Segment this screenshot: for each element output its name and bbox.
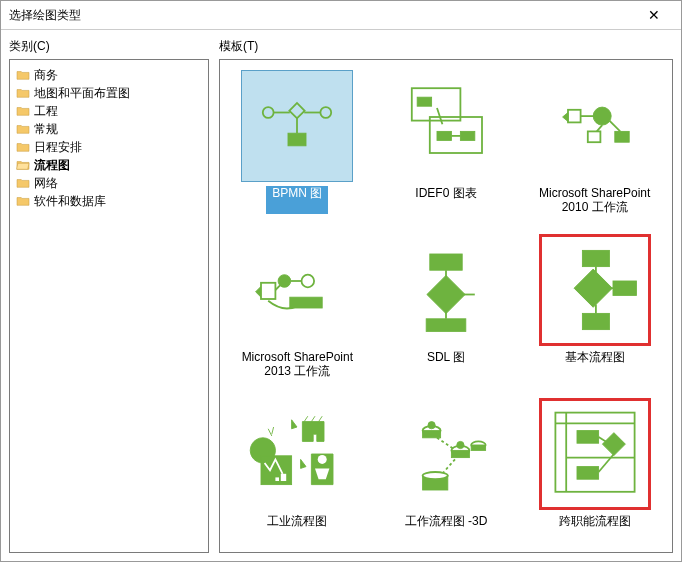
template-item[interactable]: Microsoft SharePoint 2013 工作流 <box>228 234 367 378</box>
template-thumbnail <box>390 234 502 346</box>
template-label: 模板(T) <box>219 38 673 55</box>
template-thumbnail <box>539 398 651 510</box>
template-grid: BPMN 图 IDEF0 图表 Microsoft SharePoint 201… <box>228 70 664 542</box>
template-label: BPMN 图 <box>266 186 328 214</box>
category-item-label: 流程图 <box>34 157 70 174</box>
svg-point-59 <box>423 472 448 479</box>
titlebar: 选择绘图类型 ✕ <box>1 1 681 30</box>
category-item[interactable]: 软件和数据库 <box>14 192 204 210</box>
folder-icon <box>16 69 30 81</box>
svg-rect-53 <box>451 450 469 457</box>
svg-rect-31 <box>426 319 466 332</box>
folder-icon <box>16 87 30 99</box>
svg-rect-2 <box>290 103 305 118</box>
svg-rect-18 <box>614 131 628 142</box>
template-label: 跨职能流程图 <box>559 514 631 542</box>
svg-rect-60 <box>555 413 634 492</box>
template-item[interactable]: 跨职能流程图 <box>525 398 664 542</box>
template-label: 基本流程图 <box>565 350 625 378</box>
template-thumbnail <box>241 398 353 510</box>
template-label: Microsoft SharePoint 2013 工作流 <box>228 350 367 378</box>
svg-rect-66 <box>577 467 599 480</box>
svg-marker-42 <box>292 420 297 429</box>
category-item[interactable]: 网络 <box>14 174 204 192</box>
category-label: 类别(C) <box>9 38 209 55</box>
dialog-title: 选择绘图类型 <box>9 7 635 24</box>
svg-point-50 <box>428 422 435 429</box>
svg-rect-35 <box>582 250 609 266</box>
category-panel: 类别(C) 商务 地图和平面布置图 工程 常规 日程安排 流程图 网络 软件和数… <box>9 38 209 553</box>
category-item[interactable]: 日程安排 <box>14 138 204 156</box>
svg-marker-46 <box>301 459 306 468</box>
template-thumbnail <box>390 70 502 182</box>
template-item[interactable]: BPMN 图 <box>228 70 367 214</box>
svg-point-17 <box>593 107 611 125</box>
svg-rect-15 <box>568 110 581 123</box>
svg-rect-65 <box>602 433 625 456</box>
category-item[interactable]: 常规 <box>14 120 204 138</box>
svg-rect-8 <box>417 97 431 106</box>
template-thumbnail <box>539 234 651 346</box>
svg-point-1 <box>321 107 332 118</box>
template-list[interactable]: BPMN 图 IDEF0 图表 Microsoft SharePoint 201… <box>219 59 673 553</box>
svg-rect-56 <box>471 445 485 450</box>
template-item[interactable]: 工作流程图 -3D <box>377 398 516 542</box>
category-item[interactable]: 工程 <box>14 102 204 120</box>
folder-icon <box>16 105 30 117</box>
template-thumbnail <box>241 70 353 182</box>
svg-point-0 <box>263 107 274 118</box>
svg-point-54 <box>457 441 464 448</box>
svg-line-51 <box>437 438 453 449</box>
svg-rect-11 <box>460 131 474 140</box>
svg-point-47 <box>318 455 327 464</box>
category-item-label: 日程安排 <box>34 139 82 156</box>
category-item-label: 软件和数据库 <box>34 193 106 210</box>
template-item[interactable]: 基本流程图 <box>525 234 664 378</box>
close-icon: ✕ <box>648 7 660 23</box>
folder-icon <box>16 195 30 207</box>
svg-rect-20 <box>587 131 600 142</box>
svg-rect-44 <box>281 474 286 481</box>
folder-icon <box>16 141 30 153</box>
template-thumbnail <box>241 234 353 346</box>
svg-rect-45 <box>276 477 280 481</box>
category-item-label: 商务 <box>34 67 58 84</box>
svg-rect-23 <box>261 283 275 299</box>
svg-rect-5 <box>288 133 306 146</box>
template-label: 工作流程图 -3D <box>405 514 488 542</box>
dialog-body: 类别(C) 商务 地图和平面布置图 工程 常规 日程安排 流程图 网络 软件和数… <box>1 30 681 561</box>
template-label: 工业流程图 <box>267 514 327 542</box>
dialog-window: 选择绘图类型 ✕ 类别(C) 商务 地图和平面布置图 工程 常规 日程安排 流程… <box>0 0 682 562</box>
svg-rect-49 <box>423 431 441 438</box>
template-item[interactable]: Microsoft SharePoint 2010 工作流 <box>525 70 664 214</box>
category-item-label: 地图和平面布置图 <box>34 85 130 102</box>
folder-icon <box>16 177 30 189</box>
svg-rect-10 <box>437 131 451 140</box>
template-label: Microsoft SharePoint 2010 工作流 <box>525 186 664 214</box>
svg-point-25 <box>302 275 315 288</box>
template-item[interactable]: IDEF0 图表 <box>377 70 516 214</box>
category-item-label: 工程 <box>34 103 58 120</box>
category-item[interactable]: 流程图 <box>14 156 204 174</box>
svg-rect-28 <box>290 297 322 308</box>
category-item-label: 常规 <box>34 121 58 138</box>
template-item[interactable]: 工业流程图 <box>228 398 367 542</box>
template-thumbnail <box>539 70 651 182</box>
category-item[interactable]: 地图和平面布置图 <box>14 84 204 102</box>
svg-line-19 <box>609 121 620 132</box>
svg-rect-36 <box>574 269 612 307</box>
category-list[interactable]: 商务 地图和平面布置图 工程 常规 日程安排 流程图 网络 软件和数据库 <box>9 59 209 553</box>
category-item[interactable]: 商务 <box>14 66 204 84</box>
template-thumbnail <box>390 398 502 510</box>
folder-icon <box>16 159 30 171</box>
folder-icon <box>16 123 30 135</box>
template-label: SDL 图 <box>427 350 465 378</box>
svg-rect-30 <box>427 275 465 313</box>
category-item-label: 网络 <box>34 175 58 192</box>
svg-rect-38 <box>582 313 609 329</box>
svg-rect-64 <box>577 431 599 444</box>
svg-line-21 <box>596 125 601 131</box>
template-item[interactable]: SDL 图 <box>377 234 516 378</box>
close-button[interactable]: ✕ <box>635 1 673 29</box>
svg-line-67 <box>598 437 605 442</box>
